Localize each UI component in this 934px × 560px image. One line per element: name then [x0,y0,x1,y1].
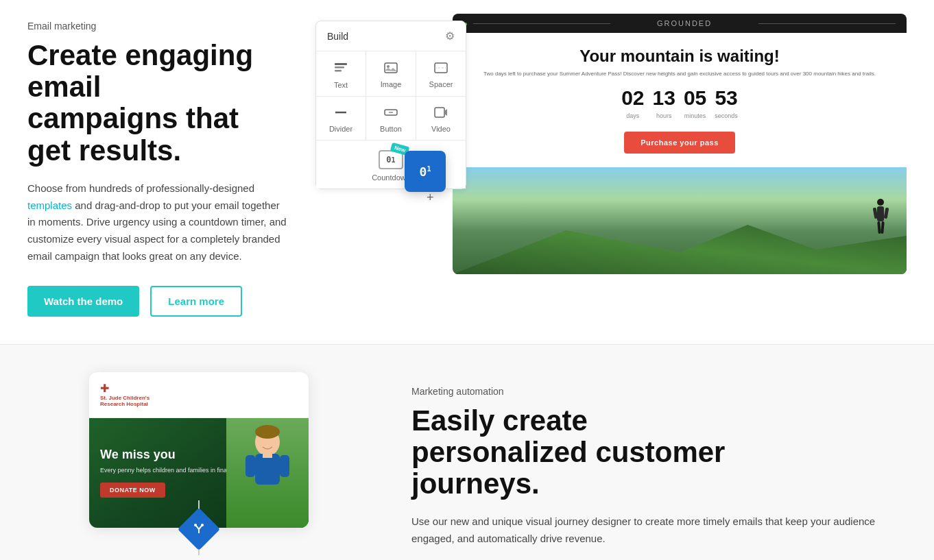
mountain-silhouette [453,219,907,274]
donate-button[interactable]: DONATE NOW [100,483,165,498]
svg-rect-22 [263,451,272,458]
boy-photo [226,418,309,528]
preview-heading: Your mountain is waiting! [473,47,886,66]
video-icon [433,106,448,121]
seconds-unit: 53 seconds [715,88,738,121]
learn-more-button[interactable]: Learn more [150,286,242,317]
svg-rect-21 [280,455,289,477]
svg-rect-19 [255,454,280,485]
fork-icon [192,522,206,536]
text-label: Text [334,81,348,89]
decision-node-container: Did they "Donate" again? [184,500,214,555]
hospital-name-line1: St. Jude Children's [100,395,149,402]
svg-point-23 [194,524,197,526]
minutes-unit: 05 minutes [684,88,706,121]
auto-heading-line1: Easily create [411,404,588,437]
svg-rect-15 [877,221,881,234]
hiker-icon [869,197,893,245]
svg-rect-20 [246,455,255,477]
video-label: Video [431,125,451,133]
preview-cta-button[interactable]: Purchase your pass [624,132,735,154]
image-label: Image [381,80,402,88]
svg-rect-10 [435,108,444,117]
hospital-name-line2: Research Hospital [100,401,148,408]
svg-point-11 [877,199,884,206]
preview-countdown: 02 days 13 hours 05 minutes 53 [473,88,886,121]
spacer-label: Spacer [429,80,453,88]
svg-rect-3 [385,63,397,73]
preview-mountain-bg [453,167,907,274]
description: Choose from hundreds of professionally-d… [27,180,288,265]
hours-unit: 13 hours [653,88,675,121]
floating-countdown-text: 01 [420,165,431,179]
floating-countdown-widget: 01 [405,151,446,192]
left-content: Email marketing Create engaging email ca… [27,14,315,317]
image-icon [383,62,398,76]
templates-link[interactable]: templates [27,199,72,211]
top-section: Email marketing Create engaging email ca… [0,0,934,345]
svg-point-24 [201,524,204,526]
preview-header-bar: ● GROUNDED [453,14,907,33]
svg-rect-0 [335,63,347,65]
minutes-label: minutes [684,112,706,119]
text-icon [333,61,348,77]
divider-label: Divider [329,125,352,133]
main-heading: Create engaging email campaigns that get… [27,40,288,167]
section-label-auto: Marketing automation [411,386,907,397]
bottom-left: ✚ St. Jude Children's Research Hospital … [27,372,370,561]
builder-item-spacer[interactable]: Spacer [416,51,466,96]
days-label: days [626,112,639,119]
description-before-link: Choose from hundreds of professionally-d… [27,182,254,194]
minutes-number: 05 [684,88,706,108]
builder-grid: Text Image Spacer [316,51,466,140]
preview-sub-text: Two days left to purchase your Summer Ad… [473,70,886,78]
heading-line1: Create engaging email [27,39,253,103]
builder-item-image[interactable]: Image [366,51,416,96]
right-content: Build ⚙ Text Image [315,14,907,274]
builder-header: Build ⚙ [316,21,466,51]
preview-logo: GROUNDED [616,19,753,27]
svg-rect-12 [877,206,884,221]
days-number: 02 [621,88,644,108]
gear-icon[interactable]: ⚙ [445,29,455,42]
email-preview: ● GROUNDED Your mountain is waiting! Two… [453,14,907,274]
hours-number: 13 [653,88,675,108]
spacer-icon [433,62,448,76]
email-preview-inner: ● GROUNDED Your mountain is waiting! Two… [453,14,907,274]
plus-icon: + [427,191,434,205]
heading-line2: campaigns that get results. [27,102,239,166]
journey-card-wrapper: ✚ St. Jude Children's Research Hospital … [89,372,309,561]
auto-heading-line3: journeys. [411,467,540,500]
preview-body: Your mountain is waiting! Two days left … [453,33,907,167]
builder-item-button[interactable]: Button [366,97,416,140]
svg-point-18 [255,425,280,439]
bottom-right: Marketing automation Easily create perso… [370,372,907,548]
builder-title: Build [327,31,348,42]
builder-item-text[interactable]: Text [316,51,366,96]
hospital-cross-icon: ✚ [100,382,109,395]
button-label: Button [380,125,402,133]
hospital-logo: ✚ St. Jude Children's Research Hospital [100,382,169,408]
cta-buttons: Watch the demo Learn more [27,286,288,317]
auto-heading: Easily create personalized customer jour… [411,405,907,500]
divider-icon [333,106,348,121]
watch-demo-button[interactable]: Watch the demo [27,286,139,317]
boy-silhouette [240,425,295,521]
svg-rect-1 [335,66,344,69]
svg-rect-16 [881,221,885,234]
bottom-section: ✚ St. Jude Children's Research Hospital … [0,345,934,561]
builder-item-video[interactable]: Video [416,97,466,140]
diamond-node [178,508,220,550]
seconds-label: seconds [715,112,738,119]
hours-label: hours [656,112,672,119]
auto-heading-line2: personalized customer [411,436,725,468]
builder-item-divider[interactable]: Divider [316,97,366,140]
auto-description: Use our new and unique visual journey de… [411,513,907,548]
svg-point-4 [387,65,390,68]
svg-rect-14 [884,208,889,219]
days-unit: 02 days [621,88,644,121]
section-label: Email marketing [27,21,288,32]
seconds-number: 53 [715,88,738,108]
hospital-header: ✚ St. Jude Children's Research Hospital [89,372,309,418]
svg-rect-2 [335,70,342,72]
